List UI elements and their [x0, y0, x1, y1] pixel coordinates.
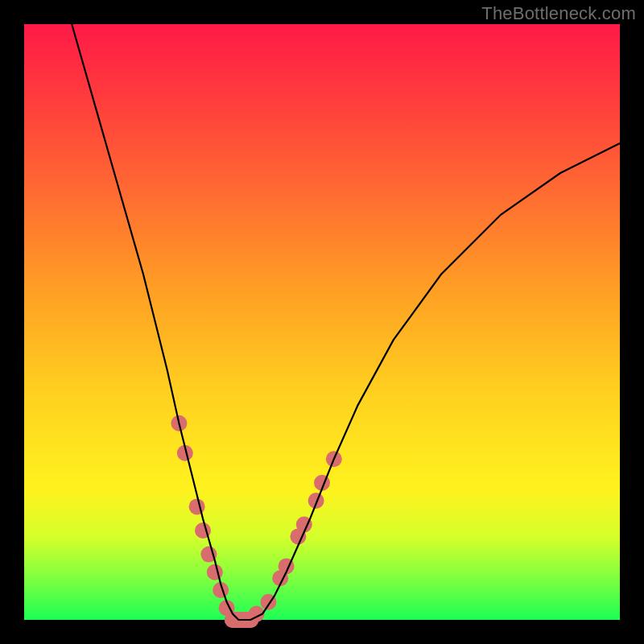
- marker-group: [171, 415, 341, 628]
- plot-area: [24, 24, 620, 620]
- marker-dot: [207, 564, 223, 580]
- marker-dot: [189, 498, 205, 514]
- curve-svg: [24, 24, 620, 620]
- chart-frame: TheBottleneck.com: [0, 0, 644, 644]
- marker-dot: [308, 493, 324, 509]
- bottleneck-curve: [72, 24, 620, 620]
- watermark-text: TheBottleneck.com: [481, 3, 636, 24]
